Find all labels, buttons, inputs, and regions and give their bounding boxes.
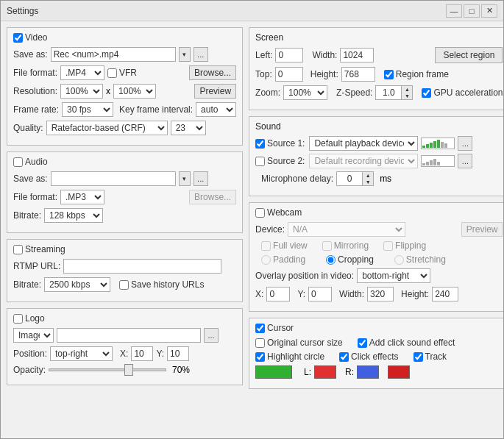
logo-position-select[interactable]: top-right xyxy=(50,346,113,361)
click-right-color-btn[interactable] xyxy=(357,365,379,379)
full-view-label[interactable]: Full view xyxy=(261,240,308,251)
webcam-preview-btn[interactable]: Preview xyxy=(461,222,503,237)
cropping-label[interactable]: Cropping xyxy=(326,254,374,265)
video-format-select[interactable]: .MP4 xyxy=(60,65,104,80)
logo-dots-btn[interactable]: ... xyxy=(204,328,219,343)
logo-opacity-slider[interactable] xyxy=(49,368,166,371)
track-label[interactable]: Track xyxy=(414,351,447,362)
video-save-as-dots[interactable]: ... xyxy=(194,47,208,62)
save-history-label[interactable]: Save history URLs xyxy=(119,279,204,290)
click-effects-checkbox[interactable] xyxy=(339,352,349,362)
region-frame-label[interactable]: Region frame xyxy=(384,69,449,79)
zspeed-up[interactable]: ▲ xyxy=(402,86,412,93)
webcam-checkbox[interactable] xyxy=(255,208,265,218)
webcam-x-input[interactable]: 0 xyxy=(266,287,290,301)
mic-delay-down[interactable]: ▼ xyxy=(363,179,373,185)
close-button[interactable]: ✕ xyxy=(481,4,497,18)
zspeed-input[interactable] xyxy=(375,85,402,100)
screen-top-input[interactable]: 0 xyxy=(275,67,303,82)
click-left-color-btn[interactable] xyxy=(314,365,336,379)
audio-save-as-input[interactable] xyxy=(51,171,176,186)
streaming-checkbox[interactable] xyxy=(13,245,23,254)
vfr-label[interactable]: VFR xyxy=(107,68,137,78)
cursor-checkbox-label[interactable]: Cursor xyxy=(255,323,294,333)
source2-checkbox-label[interactable]: Source 2: xyxy=(255,156,305,166)
video-quality-select[interactable]: Ratefactor-based (CRF) xyxy=(46,121,168,135)
audio-format-select[interactable]: .MP3 xyxy=(60,190,104,204)
audio-checkbox-label[interactable]: Audio xyxy=(13,157,48,167)
zspeed-down[interactable]: ▼ xyxy=(402,93,412,99)
highlight-circle-checkbox[interactable] xyxy=(255,352,265,362)
add-click-sound-checkbox[interactable] xyxy=(358,338,367,348)
source1-checkbox-label[interactable]: Source 1: xyxy=(255,138,305,149)
source2-select[interactable]: Default recording device xyxy=(309,154,418,168)
webcam-overlay-select[interactable]: bottom-right xyxy=(357,268,430,283)
source1-select[interactable]: Default playback device xyxy=(309,136,418,151)
audio-browse-btn[interactable]: Browse... xyxy=(189,190,236,204)
streaming-rtmp-input[interactable] xyxy=(63,259,221,274)
logo-y-input[interactable]: 10 xyxy=(167,346,189,361)
padding-label[interactable]: Padding xyxy=(261,254,305,265)
maximize-button[interactable]: □ xyxy=(464,4,480,18)
mic-delay-up[interactable]: ▲ xyxy=(363,172,373,179)
select-region-btn[interactable]: Select region xyxy=(435,47,503,63)
highlight-circle-label[interactable]: Highlight circle xyxy=(255,351,324,362)
audio-bitrate-select[interactable]: 128 kbps xyxy=(44,208,103,223)
flipping-checkbox[interactable] xyxy=(383,241,393,251)
original-cursor-checkbox[interactable] xyxy=(255,338,265,348)
stretching-radio[interactable] xyxy=(394,255,404,265)
region-frame-checkbox[interactable] xyxy=(384,70,394,79)
webcam-height-input[interactable]: 240 xyxy=(432,287,458,301)
audio-save-as-dots[interactable]: ... xyxy=(194,171,208,186)
video-keyframe-select[interactable]: auto xyxy=(196,102,236,117)
cropping-radio[interactable] xyxy=(326,255,336,265)
logo-checkbox-label[interactable]: Logo xyxy=(13,313,45,324)
vfr-checkbox[interactable] xyxy=(107,68,117,78)
full-view-checkbox[interactable] xyxy=(261,241,271,251)
screen-zoom-select[interactable]: 100% xyxy=(283,85,327,100)
highlight-color-btn[interactable] xyxy=(255,365,292,379)
logo-type-select[interactable]: Image xyxy=(13,328,54,343)
click-effects-label[interactable]: Click effects xyxy=(339,351,398,362)
video-res-h[interactable]: 100% xyxy=(113,84,156,99)
webcam-y-input[interactable]: 0 xyxy=(308,287,332,301)
mic-delay-input[interactable] xyxy=(336,171,363,186)
video-preview-btn[interactable]: Preview xyxy=(194,84,236,99)
video-res-w[interactable]: 100% xyxy=(60,84,103,99)
cursor-checkbox[interactable] xyxy=(255,324,265,333)
save-history-checkbox[interactable] xyxy=(119,280,129,290)
source2-checkbox[interactable] xyxy=(255,157,265,166)
mirroring-label[interactable]: Mirroring xyxy=(322,240,369,251)
screen-height-input[interactable]: 768 xyxy=(341,67,375,82)
streaming-checkbox-label[interactable]: Streaming xyxy=(13,244,65,254)
logo-checkbox[interactable] xyxy=(13,314,23,324)
gpu-accel-label[interactable]: GPU acceleration xyxy=(422,88,503,98)
video-save-as-input[interactable]: Rec <num>.mp4 xyxy=(51,47,176,62)
streaming-bitrate-select[interactable]: 2500 kbps xyxy=(44,277,110,292)
logo-x-input[interactable]: 10 xyxy=(131,346,153,361)
audio-save-as-dropdown[interactable]: ▾ xyxy=(179,171,191,186)
gpu-accel-checkbox[interactable] xyxy=(422,88,431,98)
original-cursor-label[interactable]: Original cursor size xyxy=(255,338,343,348)
padding-radio[interactable] xyxy=(261,255,271,265)
logo-file-input[interactable] xyxy=(57,328,201,343)
webcam-device-select[interactable]: N/A xyxy=(288,222,405,237)
add-click-sound-label[interactable]: Add click sound effect xyxy=(358,338,455,348)
source1-dots[interactable]: ... xyxy=(458,136,472,151)
webcam-width-input[interactable]: 320 xyxy=(367,287,394,301)
minimize-button[interactable]: — xyxy=(446,4,462,18)
video-browse-btn[interactable]: Browse... xyxy=(189,65,236,80)
video-checkbox[interactable] xyxy=(13,33,23,43)
screen-width-input[interactable]: 1024 xyxy=(340,48,374,63)
click-extra-color-btn[interactable] xyxy=(388,365,410,379)
source2-dots[interactable]: ... xyxy=(458,154,472,168)
video-checkbox-label[interactable]: Video xyxy=(13,32,47,43)
audio-checkbox[interactable] xyxy=(13,157,23,167)
source1-checkbox[interactable] xyxy=(255,139,265,149)
flipping-label[interactable]: Flipping xyxy=(383,240,426,251)
video-quality-num[interactable]: 23 xyxy=(171,121,206,135)
stretching-label[interactable]: Stretching xyxy=(394,254,446,265)
mirroring-checkbox[interactable] xyxy=(322,241,332,251)
video-save-as-dropdown[interactable]: ▾ xyxy=(179,47,191,62)
track-checkbox[interactable] xyxy=(414,352,423,362)
